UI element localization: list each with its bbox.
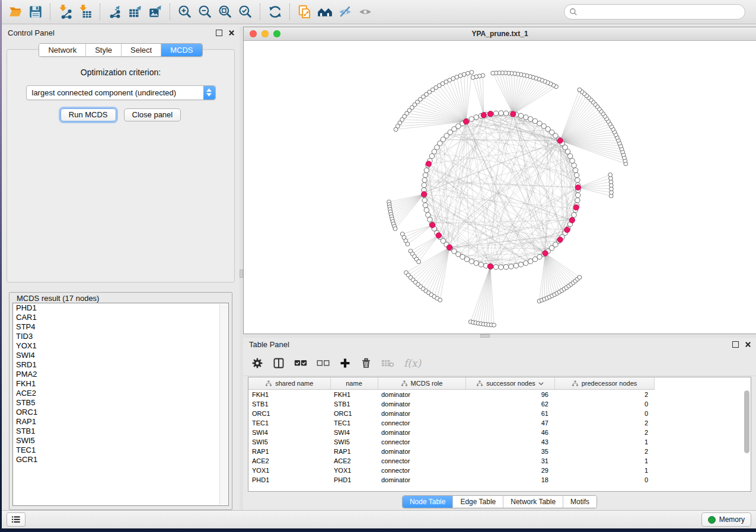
memory-button[interactable]: Memory — [701, 512, 751, 527]
mcds-result-item[interactable]: FKH1 — [13, 379, 228, 389]
cell-shared_name[interactable]: RAP1 — [248, 447, 330, 456]
splitter-grip[interactable] — [240, 270, 243, 278]
cell-shared_name[interactable]: STB1 — [248, 399, 330, 409]
cell-shared_name[interactable]: YOX1 — [248, 466, 330, 475]
cell-shared_name[interactable]: PHD1 — [248, 475, 330, 485]
deselect-all-icon[interactable] — [317, 359, 330, 367]
network-window-titlebar[interactable]: YPA_prune.txt_1 — [244, 27, 756, 41]
tab-network-table[interactable]: Network Table — [503, 496, 563, 508]
cell-predecessor_nodes[interactable]: 2 — [554, 447, 654, 456]
col-predecessor-nodes[interactable]: predecessor nodes — [554, 377, 654, 390]
table-row[interactable]: PHD1PHD1dominator180 — [248, 475, 751, 485]
maximize-window-icon[interactable] — [273, 30, 280, 37]
table-row[interactable]: ORC1ORC1dominator610 — [248, 409, 751, 418]
cell-successor_nodes[interactable]: 18 — [465, 475, 554, 485]
cell-name[interactable]: STB1 — [330, 399, 378, 409]
cell-predecessor_nodes[interactable]: 2 — [554, 418, 654, 428]
close-panel-icon[interactable] — [228, 30, 235, 36]
cell-name[interactable]: FKH1 — [330, 390, 378, 400]
cell-successor_nodes[interactable]: 47 — [465, 418, 554, 428]
table-row[interactable]: RAP1RAP1dominator352 — [248, 447, 751, 456]
cell-successor_nodes[interactable]: 62 — [465, 399, 554, 409]
duplicate-network-icon[interactable] — [295, 2, 315, 21]
cell-name[interactable]: ACE2 — [330, 456, 378, 466]
refresh-view-icon[interactable] — [265, 2, 285, 21]
vertical-splitter[interactable] — [240, 27, 243, 510]
mcds-result-item[interactable]: TEC1 — [13, 446, 228, 455]
export-network-icon[interactable] — [105, 2, 125, 21]
run-mcds-button[interactable]: Run MCDS — [60, 108, 116, 121]
table-row[interactable]: STB1STB1dominator620 — [248, 399, 751, 409]
mcds-result-item[interactable]: SWI4 — [13, 351, 228, 360]
export-table-icon[interactable] — [125, 2, 145, 21]
save-session-icon[interactable] — [25, 2, 46, 21]
mcds-result-item[interactable]: SWI5 — [13, 436, 228, 446]
mcds-result-item[interactable]: STB1 — [13, 427, 228, 436]
cell-name[interactable]: YOX1 — [330, 466, 378, 475]
cell-shared_name[interactable]: TEC1 — [248, 418, 330, 428]
close-panel-button[interactable]: Close panel — [124, 108, 181, 121]
mcds-result-item[interactable]: YOX1 — [13, 341, 228, 351]
cell-name[interactable]: SWI4 — [330, 428, 378, 437]
cell-predecessor_nodes[interactable]: 1 — [554, 466, 654, 475]
delete-table-icon[interactable] — [381, 358, 394, 368]
mcds-result-item[interactable]: PMA2 — [13, 370, 228, 379]
table-row[interactable]: FKH1FKH1dominator962 — [248, 390, 751, 400]
mcds-result-item[interactable]: CAR1 — [13, 313, 228, 322]
cell-shared_name[interactable]: SWI4 — [248, 428, 330, 437]
mcds-result-item[interactable]: STP4 — [13, 322, 228, 332]
cell-shared_name[interactable]: ACE2 — [248, 456, 330, 466]
cell-predecessor_nodes[interactable]: 0 — [554, 475, 654, 485]
hide-selected-eye-icon[interactable] — [335, 2, 355, 21]
cell-mcds_role[interactable]: dominator — [378, 409, 465, 418]
float-panel-icon[interactable] — [216, 30, 222, 36]
cell-mcds_role[interactable]: dominator — [378, 428, 465, 437]
cell-predecessor_nodes[interactable]: 2 — [554, 428, 654, 437]
mcds-result-item[interactable]: TID3 — [13, 332, 228, 341]
tab-select[interactable]: Select — [122, 44, 161, 56]
table-row[interactable]: SWI4SWI4dominator462 — [248, 428, 751, 437]
cell-mcds_role[interactable]: dominator — [378, 399, 465, 409]
col-shared-name[interactable]: shared name — [248, 377, 330, 390]
mcds-result-list[interactable]: PHD1CAR1STP4TID3YOX1SWI4SRD1PMA2FKH1ACE2… — [12, 303, 229, 506]
cell-name[interactable]: TEC1 — [330, 418, 378, 428]
mcds-result-item[interactable]: ORC1 — [13, 408, 228, 417]
close-panel-icon[interactable] — [745, 341, 751, 348]
col-mcds-role[interactable]: MCDS role — [378, 377, 465, 390]
cell-shared_name[interactable]: SWI5 — [248, 437, 330, 447]
import-table-icon[interactable] — [75, 2, 95, 21]
zoom-in-icon[interactable] — [175, 2, 195, 21]
table-scrollbar-thumb[interactable] — [744, 390, 749, 453]
open-file-icon[interactable] — [5, 2, 25, 21]
list-scrollbar[interactable] — [219, 304, 228, 505]
table-row[interactable]: SWI5SWI5connector431 — [248, 437, 751, 447]
cell-successor_nodes[interactable]: 46 — [465, 428, 554, 437]
col-successor-nodes[interactable]: successor nodes — [465, 377, 554, 390]
search-input[interactable] — [581, 7, 740, 17]
show-all-eye-icon[interactable] — [355, 2, 375, 21]
export-image-icon[interactable] — [145, 2, 165, 21]
horizontal-splitter[interactable] — [243, 334, 756, 338]
network-canvas[interactable] — [244, 41, 756, 334]
tab-node-table[interactable]: Node Table — [403, 496, 454, 508]
tab-style[interactable]: Style — [86, 44, 122, 56]
mcds-result-item[interactable]: STB5 — [13, 398, 228, 408]
mcds-result-item[interactable]: SRD1 — [13, 360, 228, 370]
first-neighbors-home-icon[interactable] — [315, 2, 335, 21]
mcds-result-item[interactable]: ACE2 — [13, 389, 228, 398]
show-columns-icon[interactable] — [273, 357, 285, 369]
zoom-selected-icon[interactable] — [235, 2, 256, 21]
splitter-grip[interactable] — [480, 334, 490, 338]
cell-name[interactable]: PHD1 — [330, 475, 378, 485]
cell-mcds_role[interactable]: connector — [378, 456, 465, 466]
minimize-window-icon[interactable] — [261, 30, 269, 37]
cell-mcds_role[interactable]: connector — [378, 466, 465, 475]
cell-successor_nodes[interactable]: 61 — [465, 409, 554, 418]
tab-motifs[interactable]: Motifs — [563, 496, 596, 508]
tab-edge-table[interactable]: Edge Table — [453, 496, 503, 508]
cell-successor_nodes[interactable]: 29 — [465, 466, 554, 475]
zoom-out-icon[interactable] — [195, 2, 215, 21]
cell-successor_nodes[interactable]: 96 — [465, 390, 554, 400]
settings-gear-icon[interactable] — [251, 357, 263, 369]
cell-predecessor_nodes[interactable]: 0 — [554, 409, 654, 418]
